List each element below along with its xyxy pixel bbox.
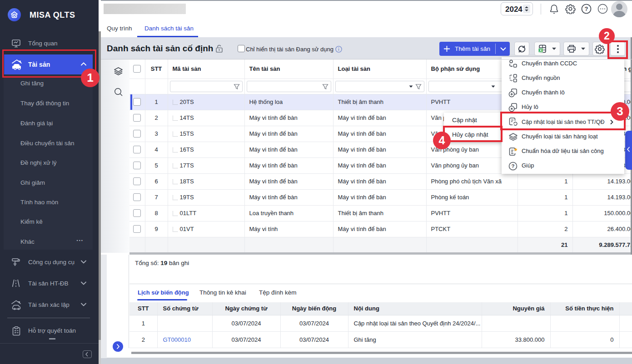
- svg-text:?: ?: [511, 163, 514, 169]
- svg-text:?: ?: [585, 5, 588, 12]
- svg-text:X: X: [539, 48, 542, 53]
